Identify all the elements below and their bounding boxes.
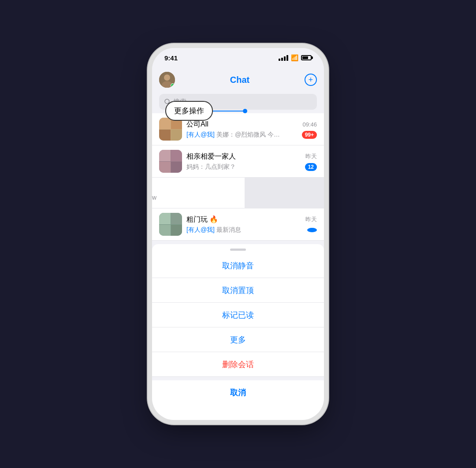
sheet-handle [230, 249, 246, 251]
chat-preview-stevie: [文件] Ach Gott, w [152, 194, 156, 202]
annotation-wrapper: 更多操作 [165, 101, 247, 121]
sheet-item-unpin[interactable]: 取消置顶 [152, 278, 324, 303]
notch [210, 48, 266, 63]
group-avatar-cumenwn [159, 213, 182, 236]
chat-preview-gongsi: [有人@我] 美娜：@烈焰微风 今天能给… [186, 131, 283, 139]
signal-icon [279, 55, 288, 61]
chat-item-cumenwn[interactable]: 粗门玩 🔥 昨天 [有人@我] 最新消息 [152, 208, 324, 241]
bottom-sheet-overlay: 更多操作 取消静音 取消置顶 标记已读 更多 删除会话 取消 [152, 244, 324, 420]
phone-frame: 9:41 📶 Chat + [152, 48, 324, 420]
chat-list: 公司All 09:46 [有人@我] 美娜：@烈焰微风 今天能给… 99+ [152, 113, 324, 241]
svg-point-1 [164, 74, 170, 81]
chat-time-gongsi: 09:46 [302, 121, 317, 128]
chat-name-gongsi: 公司All [186, 120, 208, 129]
sheet-item-delete[interactable]: 删除会话 [152, 352, 324, 377]
chat-time-family: 昨天 [305, 152, 317, 160]
chat-item-family[interactable]: 相亲相爱一家人 昨天 妈妈：几点到家？ 12 [152, 145, 324, 178]
add-chat-button[interactable]: + [305, 74, 317, 86]
battery-icon [301, 55, 312, 60]
annotation-arrow-dot [243, 109, 247, 113]
online-indicator [171, 83, 175, 88]
avatar[interactable] [159, 72, 175, 88]
chat-preview-family: 妈妈：几点到家？ [186, 163, 236, 171]
sheet-cancel-button[interactable]: 取消 [152, 380, 324, 405]
chat-badge-cumenwn-dot [307, 228, 317, 232]
chat-badge-gongsi: 99+ [302, 131, 317, 139]
nav-bar: Chat + [152, 67, 324, 92]
sheet-item-more[interactable]: 更多 [152, 327, 324, 352]
chat-name-cumenwn: 粗门玩 🔥 [186, 215, 218, 224]
annotation-bubble: 更多操作 [165, 101, 213, 121]
bottom-sheet: 取消静音 取消置顶 标记已读 更多 删除会话 取消 [152, 244, 324, 420]
chat-info-family: 相亲相爱一家人 昨天 妈妈：几点到家？ 12 [186, 152, 317, 171]
sheet-item-mark-read[interactable]: 标记已读 [152, 303, 324, 327]
nav-title: Chat [230, 75, 249, 85]
wifi-icon: 📶 [291, 54, 298, 61]
chat-item-stevie[interactable]: Stevie [文件] Ach Gott, w [152, 178, 245, 208]
chat-info-stevie: Stevie [文件] Ach Gott, w [152, 184, 238, 202]
status-icons: 📶 [279, 54, 312, 61]
sheet-separator [152, 377, 324, 380]
annotation-line [213, 111, 243, 111]
chat-item-stevie-container: 更多 标记未读 Stevie [文件] Ach Go [152, 178, 324, 208]
group-avatar-family [159, 150, 182, 173]
group-avatar-gongsi [159, 118, 182, 141]
chat-info-gongsi: 公司All 09:46 [有人@我] 美娜：@烈焰微风 今天能给… 99+ [186, 120, 317, 139]
status-time: 9:41 [164, 54, 178, 62]
sheet-item-unmute[interactable]: 取消静音 [152, 253, 324, 278]
chat-badge-family: 12 [305, 163, 317, 171]
chat-info-cumenwn: 粗门玩 🔥 昨天 [有人@我] 最新消息 [186, 215, 317, 234]
chat-name-family: 相亲相爱一家人 [186, 152, 236, 161]
chat-preview-cumenwn: [有人@我] 最新消息 [186, 226, 241, 234]
sheet-handle-wrap [152, 244, 324, 253]
chat-time-cumenwn: 昨天 [305, 215, 317, 223]
